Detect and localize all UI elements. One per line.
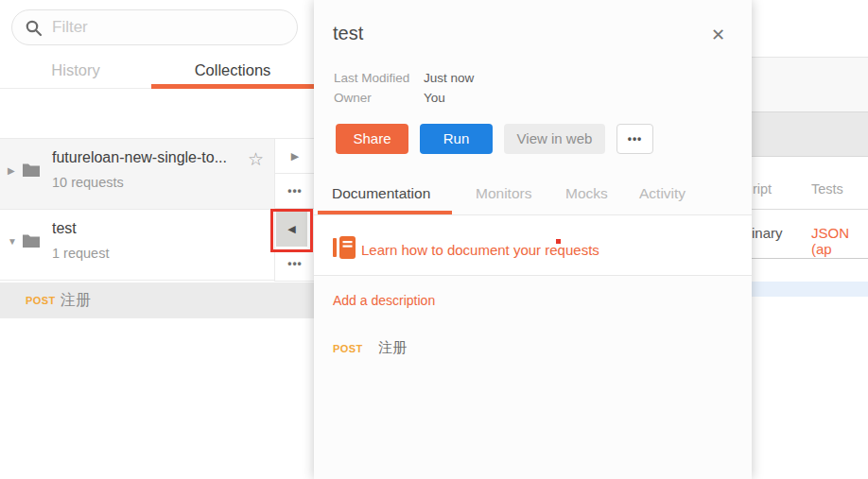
collection-request-count: 10 requests <box>52 175 124 190</box>
annotation-dot <box>556 239 561 244</box>
collection-row-futureloan[interactable]: ▶ futureloan-new-single-to... ☆ 10 reque… <box>0 139 314 210</box>
body-option-binary-partial[interactable]: inary <box>752 225 783 241</box>
chevron-down-icon[interactable]: ▼ <box>8 236 17 247</box>
collections-list-header <box>0 89 314 139</box>
collection-more-actions-icon[interactable]: ••• <box>275 174 315 209</box>
star-icon[interactable]: ☆ <box>248 148 264 170</box>
chevron-right-icon[interactable]: ▶ <box>8 165 15 176</box>
filter-input[interactable] <box>52 11 288 43</box>
background-selected-row <box>752 282 868 297</box>
meta-label: Owner <box>334 88 424 108</box>
meta-label: Last Modified <box>334 68 424 88</box>
documentation-book-icon <box>333 236 356 259</box>
close-icon[interactable]: ✕ <box>711 25 725 45</box>
active-tab-underline <box>318 211 452 214</box>
run-collection-icon[interactable]: ▶ <box>275 139 315 174</box>
collection-details-panel: test ✕ Last Modified Just now Owner You … <box>314 0 752 479</box>
request-list-item[interactable]: POST 注册 <box>0 282 314 318</box>
panel-tabs: Documentation Monitors Mocks Activity <box>314 185 752 215</box>
search-icon <box>25 19 43 38</box>
collection-name: futureloan-new-single-to... <box>52 149 227 166</box>
folder-icon <box>23 163 40 177</box>
app-window: ript Tests inary JSON (ap History Collec… <box>0 0 868 479</box>
add-description-link[interactable]: Add a description <box>333 293 435 308</box>
tab-tests[interactable]: Tests <box>811 181 843 197</box>
background-body-options: inary JSON (ap <box>752 211 868 259</box>
collection-row-test[interactable]: ▼ test 1 request <box>0 210 314 281</box>
folder-open-icon <box>23 233 40 248</box>
tab-monitors[interactable]: Monitors <box>476 185 531 202</box>
tab-pre-request-script-partial[interactable]: ript <box>753 181 772 197</box>
documented-request-row[interactable]: POST 注册 <box>333 338 730 361</box>
learn-documentation-link[interactable]: Learn how to document your requests <box>361 242 599 258</box>
collection-name: test <box>52 220 77 237</box>
more-actions-button[interactable]: ••• <box>616 124 653 154</box>
tab-mocks[interactable]: Mocks <box>565 185 608 202</box>
method-badge: POST <box>333 343 363 354</box>
view-in-web-button[interactable]: View in web <box>504 124 605 154</box>
request-name: 注册 <box>61 291 91 311</box>
panel-title: test <box>333 23 363 44</box>
body-type-json-dropdown-partial[interactable]: JSON (ap <box>811 225 868 257</box>
meta-value: Just now <box>424 68 474 88</box>
collection-request-count: 1 request <box>52 246 109 261</box>
annotation-box <box>270 209 313 252</box>
tab-activity[interactable]: Activity <box>639 185 686 202</box>
share-button[interactable]: Share <box>336 124 408 154</box>
collection-meta: Last Modified Just now Owner You <box>334 68 474 108</box>
documentation-banner: Learn how to document your requests <box>314 215 752 276</box>
filter-search-box[interactable] <box>11 9 298 45</box>
tab-history[interactable]: History <box>0 55 151 89</box>
sidebar: History Collections ▶ futureloan-new-sin… <box>0 0 314 479</box>
background-header-band <box>752 57 868 111</box>
request-name: 注册 <box>378 339 407 357</box>
meta-value: You <box>424 88 445 108</box>
background-request-tabs: ript Tests <box>752 157 868 210</box>
run-button[interactable]: Run <box>420 124 493 154</box>
background-window: ript Tests inary JSON (ap <box>752 0 868 479</box>
method-badge: POST <box>26 295 56 306</box>
background-toolbar-band <box>752 111 868 157</box>
tab-documentation[interactable]: Documentation <box>332 185 430 202</box>
